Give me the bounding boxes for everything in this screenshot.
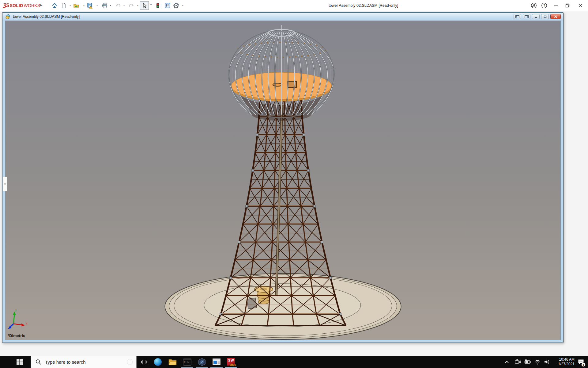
view-orientation-label: *Dimetric [8,333,25,338]
taskbar-search-input[interactable]: Type here to search [31,356,137,368]
edge-icon [154,358,162,366]
redo-button[interactable] [128,2,135,9]
app-title-bar: ƷS SOLIDWORKS ▶ ▾ ▾ ▾ ▾ ▾ ▾ ▾ ▾ tower As… [0,0,588,11]
save-button[interactable] [87,2,93,9]
undo-dropdown[interactable]: ▾ [123,4,126,7]
options-dropdown[interactable]: ▾ [181,4,184,7]
tray-time: 10:46 AM [550,357,575,362]
maximize-restore-button[interactable] [563,1,572,10]
logo-text-works: WORKS [24,3,40,8]
task-view-button[interactable] [137,356,151,368]
file-properties-button[interactable] [164,2,171,9]
logo-text-solid: SOLID [10,3,23,8]
clock[interactable]: 10:46 AM 1/27/2021 [550,357,575,366]
file-explorer-icon [168,358,177,365]
notification-badge: 1 [581,362,586,367]
doc-close-button[interactable] [550,14,561,19]
new-document-dropdown[interactable]: ▾ [69,4,72,7]
print-icon [102,2,108,9]
account-icon [531,2,537,9]
edrawings-button[interactable] [194,356,209,368]
tray-date: 1/27/2021 [550,362,575,366]
split-right-icon [525,15,529,18]
search-placeholder: Type here to search [45,359,86,365]
help-button[interactable]: ? [540,1,548,10]
select-cursor-icon [141,2,147,9]
solidworks-swoosh-icon: ƷS [3,2,9,9]
cortana-icon [127,359,133,365]
solidworks-taskbar-button[interactable]: SW 2021 [224,356,239,368]
chevron-up-icon [504,359,510,365]
close-icon [578,3,582,8]
system-window-icon [213,358,221,365]
3d-model-scene[interactable]: xy [5,21,560,340]
wifi-button[interactable] [533,356,542,368]
wifi-icon [534,358,541,365]
doc-close-icon [554,15,557,18]
doc-restore-button[interactable] [541,14,549,19]
open-icon [73,2,79,9]
select-tool-dropdown[interactable]: ▾ [149,3,153,6]
doc-minimize-button[interactable] [532,14,540,19]
close-button[interactable] [576,1,585,10]
document-title: tower Assembly 02.SLDASM [Read-only] [13,14,80,19]
edrawings-hexagon-icon [198,358,206,366]
assembly-document-icon [6,14,11,19]
print-dropdown[interactable]: ▾ [109,4,112,7]
meet-now-button[interactable] [513,356,522,368]
orientation-triad[interactable]: xy [8,309,28,329]
cortana-button[interactable] [123,356,137,368]
options-button[interactable] [173,2,179,9]
print-button[interactable] [101,2,108,9]
splitter-knob-icon [4,183,6,185]
hidden-icons-button[interactable] [502,356,511,368]
redo-dropdown[interactable]: ▾ [136,4,139,7]
doc-restore-icon [544,15,547,18]
document-title-bar[interactable]: tower Assembly 02.SLDASM [Read-only] [2,13,563,21]
help-icon: ? [541,2,547,9]
undo-icon [115,2,121,9]
new-document-button[interactable] [60,2,67,9]
save-icon [87,2,93,9]
graphics-viewport[interactable]: xy *Dimetric [5,21,561,340]
save-dropdown[interactable]: ▾ [96,4,99,7]
svg-text:?: ? [543,4,545,7]
windows-start-icon [17,359,23,365]
home-icon [51,2,58,9]
rebuild-button[interactable] [154,2,161,9]
battery-button[interactable] [523,356,532,368]
rebuild-stoplight-icon [155,2,161,9]
open-dropdown[interactable]: ▾ [82,4,85,7]
app-title: tower Assembly 02.SLDASM [Read-only] [329,0,398,11]
split-left-button[interactable] [514,14,521,19]
volume-icon [544,358,550,365]
command-prompt-button[interactable]: C:\_ [180,356,194,368]
doc-minimize-icon [534,15,537,18]
search-icon [35,359,41,365]
solidworks-app-icon: SW 2021 [227,358,235,366]
svg-text:C:\_: C:\_ [184,361,190,363]
split-left-icon [515,15,519,18]
undo-button[interactable] [115,2,122,9]
windows-taskbar: Type here to search C:\_ SW 2021 [0,356,588,368]
feature-tree-collapse-tab[interactable] [3,177,7,191]
battery-icon [524,358,531,365]
restore-icon [565,3,570,8]
open-button[interactable] [73,2,80,9]
document-window: tower Assembly 02.SLDASM [Read-only] xy … [2,12,564,343]
split-right-button[interactable] [523,14,530,19]
account-button[interactable] [530,1,538,10]
command-prompt-icon: C:\_ [183,358,191,366]
task-view-icon [141,358,148,366]
edge-button[interactable] [150,356,165,368]
action-center-button[interactable]: 1 [576,356,586,368]
minimize-button[interactable] [552,1,560,10]
system-window-button[interactable] [209,356,224,368]
file-explorer-button[interactable] [165,356,180,368]
home-button[interactable] [51,2,58,9]
triad-y-label: y [15,309,17,312]
redo-icon [128,2,134,9]
start-button[interactable] [13,356,26,368]
menu-expand-icon[interactable]: ▶ [40,3,42,7]
select-tool-button[interactable] [140,1,149,10]
